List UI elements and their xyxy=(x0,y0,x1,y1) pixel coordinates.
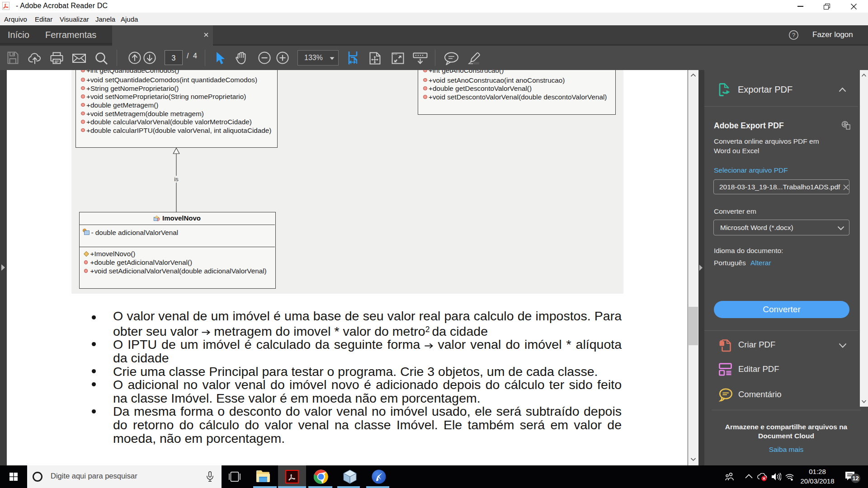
svg-text:?: ? xyxy=(792,32,795,38)
